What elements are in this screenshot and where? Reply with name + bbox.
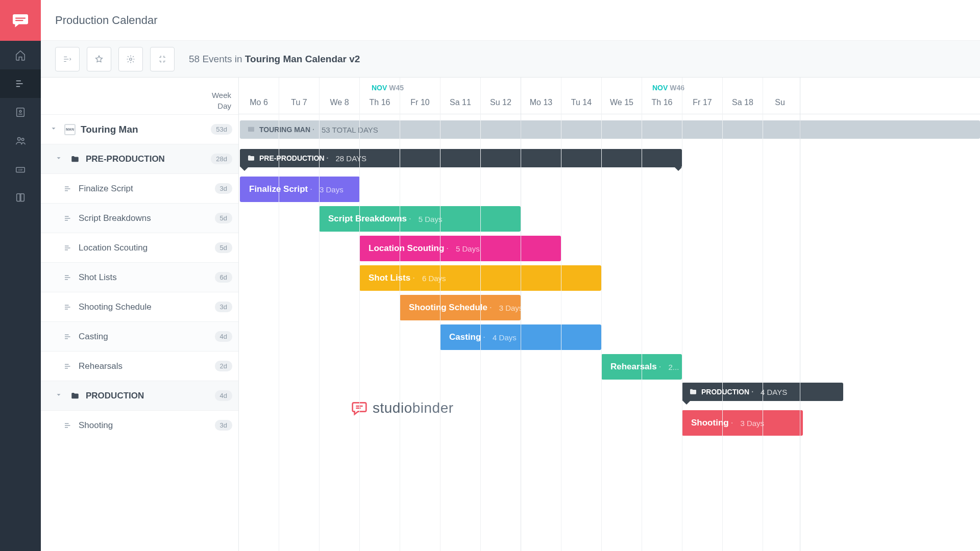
toolbar: 58 Events in Touring Man Calendar v2: [41, 41, 980, 78]
gantt-bar-script-breakdowns[interactable]: Script Breakdowns·5 Days: [319, 206, 521, 232]
task-name: Finalize Script: [79, 184, 215, 194]
tree-task-script-breakdowns[interactable]: Script Breakdowns 5d: [41, 203, 238, 233]
project-thumb-icon: MAN: [64, 124, 76, 135]
nav-calendar[interactable]: [0, 69, 41, 98]
bar-title: Script Breakdowns: [328, 214, 407, 224]
nav-docs[interactable]: [0, 184, 41, 212]
gantt-bar-shooting-schedule[interactable]: Shooting Schedule·3 Days: [400, 295, 521, 320]
nav-vip[interactable]: VIP: [0, 155, 41, 184]
gantt-panel[interactable]: NOVW45NOVW46Mo 6Tu 7We 8Th 16Fr 10Sa 11S…: [239, 78, 980, 551]
app-logo[interactable]: [0, 0, 41, 41]
nav-people[interactable]: [0, 127, 41, 155]
grid-line: [601, 78, 602, 114]
gantt-bar-location-scouting[interactable]: Location Scouting·5 Days: [359, 236, 561, 261]
tree-group-production[interactable]: PRODUCTION 4d: [41, 381, 238, 410]
task-duration-badge: 5d: [215, 213, 232, 223]
star-icon: [94, 55, 104, 64]
favorite-button[interactable]: [87, 47, 111, 71]
day-column-label: Tu 14: [571, 98, 592, 107]
folder-icon: [69, 154, 81, 165]
tree-task-location-scouting[interactable]: Location Scouting 5d: [41, 233, 238, 262]
grid-line: [682, 78, 682, 114]
group-duration-badge: 28d: [211, 154, 232, 164]
group-name: PRE-PRODUCTION: [86, 154, 211, 164]
bar-title: Casting: [449, 332, 481, 342]
nav-script[interactable]: [0, 98, 41, 127]
view-mode-button[interactable]: [55, 47, 80, 71]
bar-duration: 5 Days: [456, 244, 480, 253]
page-title: Production Calendar: [55, 14, 158, 27]
gantt-group-title: PRE-PRODUCTION: [259, 154, 325, 162]
bar-title: Location Scouting: [369, 243, 444, 254]
gantt-project-header[interactable]: TOURING MAN · 53 TOTAL DAYS: [240, 120, 980, 139]
tree-group-preproduction[interactable]: PRE-PRODUCTION 28d: [41, 144, 238, 173]
day-column-label: Th 16: [652, 98, 673, 107]
gantt-bar-shooting[interactable]: Shooting·3 Days: [682, 410, 803, 436]
page-header: Production Calendar: [41, 0, 980, 41]
grid-line: [359, 114, 360, 551]
grid-line: [722, 78, 723, 114]
grid-line: [319, 114, 320, 551]
collapse-button[interactable]: [150, 47, 175, 71]
task-duration-badge: 2d: [215, 361, 232, 371]
group-name: PRODUCTION: [86, 391, 215, 401]
grid-line: [480, 78, 481, 114]
gantt-group-header-preproduction[interactable]: PRE-PRODUCTION · 28 DAYS: [240, 149, 682, 167]
tree-task-casting[interactable]: Casting 4d: [41, 321, 238, 351]
grid-line: [601, 114, 602, 551]
folder-icon: [689, 388, 697, 396]
day-label: Day: [217, 102, 231, 110]
settings-button[interactable]: [118, 47, 143, 71]
day-column-label: Fr 17: [693, 98, 712, 107]
gantt-header: NOVW45NOVW46Mo 6Tu 7We 8Th 16Fr 10Sa 11S…: [239, 78, 980, 114]
vip-icon: VIP: [15, 164, 26, 175]
grid-line: [279, 78, 279, 114]
svg-rect-7: [248, 127, 254, 132]
day-column-label: Fr 10: [410, 98, 429, 107]
grid-line: [480, 114, 481, 551]
gear-icon: [126, 55, 135, 64]
tree-task-finalize-script[interactable]: Finalize Script 3d: [41, 173, 238, 203]
tree-task-rehearsals[interactable]: Rehearsals 2d: [41, 351, 238, 381]
task-name: Location Scouting: [79, 243, 215, 253]
grid-line: [682, 114, 682, 551]
gantt-bar-finalize-script[interactable]: Finalize Script·3 Days: [240, 177, 360, 202]
grid-line: [400, 78, 400, 114]
gantt-group-days: 4 DAYS: [761, 388, 787, 396]
svg-point-1: [19, 110, 21, 112]
project-thumb-icon: [247, 126, 255, 134]
tree-task-shooting[interactable]: Shooting 3d: [41, 410, 238, 440]
tree-task-shooting-schedule[interactable]: Shooting Schedule 3d: [41, 292, 238, 321]
svg-point-2: [18, 138, 21, 141]
task-icon: [62, 361, 74, 372]
nav-home[interactable]: [0, 41, 41, 69]
folder-icon: [247, 154, 255, 162]
day-column-label: Tu 7: [291, 98, 307, 107]
task-icon: [62, 331, 74, 342]
grid-line: [359, 78, 360, 114]
week-label: NOVW45: [372, 84, 404, 92]
bar-duration: 4 Days: [493, 333, 517, 342]
day-column-label: Su: [775, 98, 785, 107]
tree-project-row[interactable]: MAN Touring Man 53d: [41, 114, 238, 144]
day-column-label: Mo 13: [530, 98, 552, 107]
bar-title: Shot Lists: [369, 273, 410, 283]
week-label: NOVW46: [652, 84, 684, 92]
task-name: Shooting Schedule: [79, 302, 215, 312]
tree-task-shot-lists[interactable]: Shot Lists 6d: [41, 262, 238, 292]
task-icon: [62, 420, 74, 431]
grid-line: [561, 78, 561, 114]
studiobinder-watermark: studiobinder: [351, 400, 454, 416]
task-icon: [62, 272, 74, 283]
speech-bubble-icon: [11, 11, 30, 30]
bar-duration: 6 Days: [422, 274, 446, 283]
task-icon: [62, 242, 74, 254]
task-duration-badge: 3d: [215, 183, 232, 194]
bar-title: Shooting Schedule: [409, 303, 487, 313]
svg-text:VIP: VIP: [18, 168, 23, 171]
gantt-project-days: 53 TOTAL DAYS: [322, 126, 378, 134]
task-duration-badge: 5d: [215, 242, 232, 253]
app-root: VIP Production Calendar 58 Events in Tou…: [0, 0, 980, 551]
grid-line: [440, 78, 440, 114]
gantt-pointer: [241, 167, 248, 171]
